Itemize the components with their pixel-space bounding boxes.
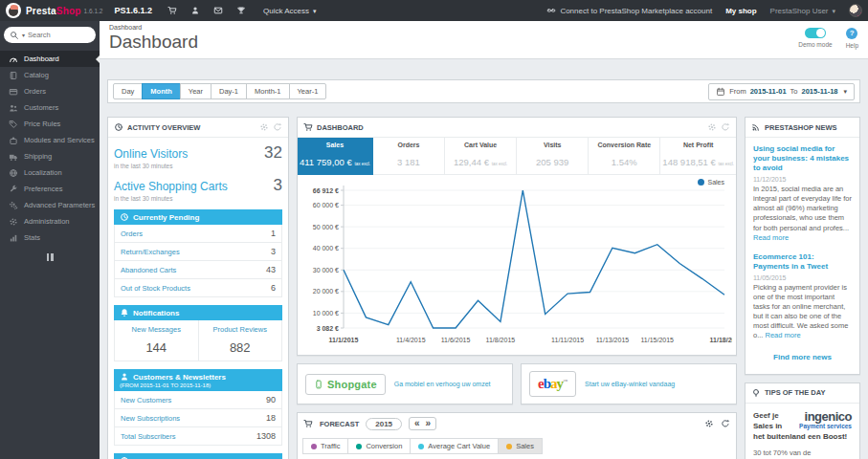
filter-year-button[interactable]: Year bbox=[180, 83, 211, 99]
search-input[interactable] bbox=[28, 31, 85, 39]
book-icon bbox=[9, 71, 18, 80]
active-carts-sub: in the last 30 minutes bbox=[114, 195, 282, 202]
panel-title: DASHBOARD bbox=[317, 123, 364, 132]
tab-traffic[interactable]: Traffic bbox=[302, 438, 348, 454]
user-menu[interactable]: PrestaShop User ▾ bbox=[770, 7, 835, 15]
shopgate-link[interactable]: Ga mobiel en verhoog uw omzet bbox=[394, 381, 491, 387]
filter-month-button[interactable]: Month bbox=[142, 83, 181, 99]
trophy-icon[interactable] bbox=[236, 6, 246, 15]
row-link[interactable]: New Customers bbox=[121, 396, 171, 404]
cogs-icon bbox=[9, 201, 18, 210]
filter-month-1-button[interactable]: Month-1 bbox=[246, 83, 290, 99]
pending-row-out-of-stock: Out of Stock Products6 bbox=[114, 279, 282, 297]
ingenico-logo[interactable]: ingenico Payment services bbox=[787, 410, 852, 430]
row-link[interactable]: Out of Stock Products bbox=[121, 284, 190, 293]
kpi-sales[interactable]: Sales411 759,00 € tax excl. bbox=[298, 138, 373, 175]
sidebar-collapse-button[interactable] bbox=[43, 253, 56, 261]
person-icon[interactable] bbox=[190, 6, 200, 15]
pending-row-abandoned-carts: Abandoned Carts43 bbox=[114, 261, 282, 279]
product-reviews-link[interactable]: Product Reviews bbox=[201, 325, 280, 334]
sidebar-search[interactable]: ▾ bbox=[4, 27, 96, 43]
article-title-link[interactable]: Using social media for your business: 4 … bbox=[753, 144, 852, 173]
svg-text:11/6/2015: 11/6/2015 bbox=[441, 337, 471, 343]
sidebar-item-label: Orders bbox=[24, 87, 46, 96]
prestashop-logo[interactable] bbox=[6, 3, 21, 18]
kpi-conversion-rate[interactable]: Conversion Rate1.54% bbox=[589, 138, 660, 175]
brand-presta: Presta bbox=[26, 6, 56, 16]
from-date: 2015-11-01 bbox=[750, 87, 787, 96]
messages-icon[interactable] bbox=[213, 6, 223, 15]
row-link[interactable]: New Subscriptions bbox=[121, 414, 180, 423]
refresh-icon[interactable] bbox=[721, 419, 730, 428]
search-scope-caret[interactable]: ▾ bbox=[22, 32, 25, 38]
settings-icon[interactable] bbox=[704, 419, 714, 428]
topbar: PrestaShop 1.6.1.2 PS1.6.1.2 Quick Acces… bbox=[0, 0, 868, 21]
row-link[interactable]: Return/Exchanges bbox=[121, 248, 180, 256]
refresh-icon[interactable] bbox=[721, 122, 730, 132]
shopgate-logo[interactable]: Shopgate bbox=[305, 374, 386, 395]
chevron-down-icon: ▾ bbox=[831, 8, 835, 14]
sidebar-item-administration[interactable]: Administration bbox=[0, 213, 100, 230]
forecast-year: 2015 bbox=[366, 418, 402, 430]
marketplace-connect-link[interactable]: Connect to PrestaShop Marketplace accoun… bbox=[546, 6, 712, 15]
filter-day-1-button[interactable]: Day-1 bbox=[211, 83, 247, 99]
new-messages-link[interactable]: New Messages bbox=[117, 325, 196, 334]
online-visitors-link[interactable]: Online Visitors bbox=[114, 147, 188, 161]
demo-mode-toggle[interactable] bbox=[805, 28, 826, 38]
sidebar-item-preferences[interactable]: Preferences bbox=[0, 181, 100, 197]
kpi-net-profit[interactable]: Net Profit148 918,51 € tax excl. bbox=[660, 138, 736, 175]
ebay-logo[interactable]: ebay™ bbox=[529, 371, 576, 397]
product-reviews-value: 882 bbox=[201, 340, 280, 355]
tab-sales[interactable]: Sales bbox=[498, 438, 543, 454]
sidebar-item-customers[interactable]: Customers bbox=[0, 99, 100, 116]
sidebar-item-stats[interactable]: Stats bbox=[0, 230, 100, 246]
chart-legend[interactable]: Sales bbox=[698, 179, 724, 186]
tab-conversion[interactable]: Conversion bbox=[347, 438, 411, 454]
refresh-icon[interactable] bbox=[273, 122, 282, 132]
filter-day-button[interactable]: Day bbox=[113, 83, 143, 99]
ebay-link[interactable]: Start uw eBay-winkel vandaag bbox=[585, 381, 675, 387]
sidebar-item-catalog[interactable]: Catalog bbox=[0, 67, 100, 83]
cart-icon[interactable] bbox=[167, 6, 177, 15]
activity-overview-panel: ACTIVITY OVERVIEW Online Visitors32 in t… bbox=[107, 117, 289, 459]
filter-year-1-button[interactable]: Year-1 bbox=[289, 83, 327, 99]
sidebar-item-localization[interactable]: Localization bbox=[0, 164, 100, 181]
kpi-cart-value[interactable]: Cart Value129,44 € tax excl. bbox=[445, 138, 517, 175]
sidebar-item-shipping[interactable]: Shipping bbox=[0, 148, 100, 164]
lightbulb-icon bbox=[751, 388, 761, 398]
cart-icon bbox=[303, 122, 313, 132]
sidebar-item-price-rules[interactable]: Price Rules bbox=[0, 116, 100, 132]
kpi-visits[interactable]: Visits205 939 bbox=[517, 138, 589, 175]
help-icon[interactable]: ? bbox=[846, 28, 857, 39]
sidebar-item-dashboard[interactable]: Dashboard bbox=[0, 51, 100, 67]
find-more-news-link[interactable]: Find more news bbox=[753, 353, 852, 361]
quick-access-menu[interactable]: Quick Access ▾ bbox=[263, 7, 316, 15]
kpi-orders[interactable]: Orders3 181 bbox=[373, 138, 445, 175]
users-icon bbox=[9, 103, 18, 113]
article-title-link[interactable]: Ecommerce 101: Payments in a Tweet bbox=[753, 252, 852, 272]
sidebar-item-modules[interactable]: Modules and Services bbox=[0, 132, 100, 148]
settings-icon[interactable] bbox=[707, 122, 717, 132]
next-year-button[interactable]: » bbox=[426, 418, 432, 429]
row-link[interactable]: Orders bbox=[121, 230, 143, 238]
sidebar-item-orders[interactable]: Orders bbox=[0, 83, 100, 99]
user-avatar[interactable] bbox=[849, 4, 862, 17]
globe-icon bbox=[9, 168, 18, 178]
brand[interactable]: PrestaShop bbox=[26, 6, 81, 16]
sidebar-item-advanced-parameters[interactable]: Advanced Parameters bbox=[0, 197, 100, 213]
row-link[interactable]: Total Subscribers bbox=[121, 432, 176, 441]
active-carts-link[interactable]: Active Shopping Carts bbox=[114, 180, 228, 193]
pending-row-returns: Return/Exchanges3 bbox=[114, 243, 282, 261]
settings-icon[interactable] bbox=[259, 122, 269, 132]
shop-name[interactable]: PS1.6.1.2 bbox=[114, 6, 152, 15]
date-range-button[interactable]: From 2015-11-01 To 2015-11-18 ▾ bbox=[708, 83, 855, 100]
read-more-link[interactable]: Read more bbox=[766, 331, 801, 339]
prev-year-button[interactable]: « bbox=[414, 418, 420, 429]
new-messages-cell: New Messages144 bbox=[115, 320, 198, 361]
tab-average-cart-value[interactable]: Average Cart Value bbox=[410, 438, 499, 454]
my-shop-link[interactable]: My shop bbox=[725, 7, 756, 15]
read-more-link[interactable]: Read more bbox=[753, 233, 789, 242]
kpi-row: Sales411 759,00 € tax excl. Orders3 181 … bbox=[298, 138, 736, 175]
svg-text:11/4/2015: 11/4/2015 bbox=[396, 337, 426, 343]
row-link[interactable]: Abandoned Carts bbox=[121, 266, 176, 274]
